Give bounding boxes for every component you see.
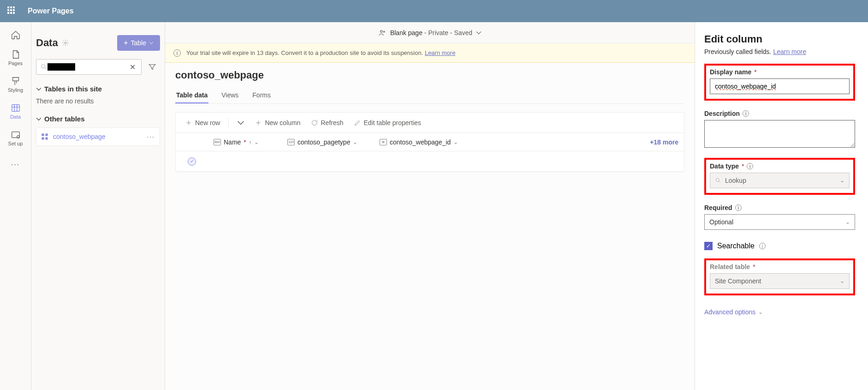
chevron-down-icon[interactable]	[476, 30, 482, 36]
search-tables-input[interactable]: ✕	[36, 59, 142, 75]
filter-icon	[148, 63, 156, 71]
text-type-icon: Abc	[214, 139, 221, 145]
tab-table-data[interactable]: Table data	[175, 88, 208, 103]
chevron-down-icon: ⌄	[840, 278, 844, 284]
main-area: Blank page - Private - Saved i Your tria…	[165, 22, 695, 390]
chevron-down-icon[interactable]: ⌄	[453, 139, 458, 145]
svg-rect-1	[12, 132, 19, 138]
required-select[interactable]: Optional ⌄	[704, 214, 855, 230]
chevron-down-icon: ⌄	[758, 309, 763, 315]
info-icon[interactable]: i	[759, 243, 766, 249]
nav-data-label: Data	[10, 114, 21, 120]
learn-more-link[interactable]: Learn more	[773, 48, 806, 55]
lookup-type-icon: ⊞	[380, 139, 387, 145]
section-tables-in-site[interactable]: Tables in this site	[36, 85, 160, 93]
svg-rect-6	[45, 133, 48, 136]
table-row[interactable]: ✓	[176, 151, 684, 172]
refresh-button[interactable]: Refresh	[307, 116, 347, 129]
new-row-dropdown[interactable]	[233, 116, 248, 129]
svg-rect-7	[42, 137, 44, 139]
column-header-pagetype[interactable]: 123 contoso_pagetype ⌄	[282, 138, 374, 146]
svg-point-10	[383, 31, 385, 32]
nav-styling-label: Styling	[8, 87, 23, 93]
new-table-button[interactable]: +Table	[117, 35, 160, 51]
people-icon	[378, 29, 386, 37]
app-launcher-icon[interactable]	[7, 6, 17, 16]
data-side-panel: Data +Table ✕ Tables in this site Ther	[31, 22, 165, 390]
related-table-select: Site Component ⌄	[710, 273, 850, 289]
info-icon[interactable]: i	[743, 110, 749, 117]
side-panel-title: Data	[36, 37, 58, 49]
chevron-down-icon	[36, 116, 42, 122]
home-button[interactable]	[0, 26, 31, 44]
table-icon	[41, 133, 48, 140]
app-header: Power Pages	[0, 0, 868, 22]
nav-more[interactable]: ···	[0, 151, 31, 178]
nav-setup-label: Set up	[8, 141, 23, 146]
svg-rect-5	[42, 133, 44, 136]
nav-data[interactable]: Data	[0, 98, 31, 125]
highlight-display-name: Display name*	[704, 64, 855, 101]
tab-forms[interactable]: Forms	[251, 88, 272, 103]
chevron-down-icon[interactable]: ⌄	[254, 139, 259, 145]
page-status: - Private - Saved	[422, 29, 472, 36]
search-icon	[715, 177, 721, 184]
row-check-icon[interactable]: ✓	[188, 157, 196, 166]
pane-title: Edit column	[704, 33, 855, 45]
edit-column-pane: Edit column Previously called fields. Le…	[695, 22, 868, 390]
nav-setup[interactable]: Set up	[0, 125, 31, 151]
info-icon[interactable]: i	[747, 163, 753, 169]
searchable-checkbox[interactable]: ✓	[704, 242, 713, 250]
breadcrumb: Blank page - Private - Saved	[165, 22, 695, 43]
table-title: contoso_webpage	[175, 69, 684, 81]
new-column-button[interactable]: New column	[251, 116, 304, 129]
description-input[interactable]	[704, 120, 855, 148]
data-grid: New row New column Refresh Edit table pr…	[175, 112, 684, 172]
trial-banner: i Your trial site will expire in 13 days…	[165, 43, 695, 63]
data-type-select: Lookup ⌄	[710, 173, 850, 188]
display-name-label: Display name	[710, 68, 751, 76]
table-tabs: Table data Views Forms	[175, 88, 684, 104]
chevron-down-icon	[149, 41, 154, 45]
gear-icon[interactable]	[62, 39, 69, 47]
section-other-tables[interactable]: Other tables	[36, 115, 160, 123]
required-label: Required	[704, 204, 732, 211]
tab-views[interactable]: Views	[220, 88, 239, 103]
no-results-text: There are no results	[36, 97, 160, 105]
banner-learn-more-link[interactable]: Learn more	[425, 49, 455, 56]
nav-styling[interactable]: Styling	[0, 71, 31, 98]
searchable-label: Searchable	[717, 242, 755, 250]
banner-text: Your trial site will expire in 13 days. …	[186, 49, 425, 56]
data-type-label: Data type	[710, 162, 739, 170]
display-name-input[interactable]	[710, 78, 850, 94]
new-row-button[interactable]: New row	[181, 116, 224, 129]
page-name: Blank page	[390, 29, 422, 36]
chevron-down-icon: ⌄	[845, 219, 850, 225]
edit-table-properties-button[interactable]: Edit table properties	[350, 116, 425, 129]
sort-asc-icon: ↑	[249, 139, 252, 145]
chevron-down-icon: ⌄	[840, 177, 844, 184]
search-value-redacted	[48, 63, 75, 71]
column-header-name[interactable]: Abc Name* ↑ ⌄	[208, 138, 282, 146]
nav-pages[interactable]: Pages	[0, 44, 31, 71]
clear-search-icon[interactable]: ✕	[128, 63, 137, 72]
table-item-more-icon[interactable]: ···	[147, 133, 155, 140]
svg-point-4	[42, 65, 45, 68]
column-header-webpageid[interactable]: ⊞ contoso_webpage_id ⌄	[374, 138, 466, 146]
table-item-contoso-webpage[interactable]: contoso_webpage ···	[36, 127, 160, 146]
search-icon	[40, 63, 48, 71]
description-label: Description	[704, 110, 740, 117]
highlight-related-table: Related table* Site Component ⌄	[704, 258, 855, 295]
advanced-options-toggle[interactable]: Advanced options ⌄	[704, 308, 855, 316]
related-table-label: Related table	[710, 263, 750, 270]
nav-rail: Pages Styling Data Set up ···	[0, 22, 31, 390]
chevron-down-icon	[36, 86, 42, 92]
chevron-down-icon[interactable]: ⌄	[353, 139, 357, 145]
nav-pages-label: Pages	[8, 60, 23, 66]
info-icon: i	[173, 49, 181, 57]
info-icon[interactable]: i	[735, 204, 742, 211]
filter-button[interactable]	[144, 59, 160, 75]
more-columns-button[interactable]: +18 more	[650, 138, 684, 146]
table-item-label: contoso_webpage	[53, 133, 106, 140]
svg-rect-0	[12, 105, 19, 112]
